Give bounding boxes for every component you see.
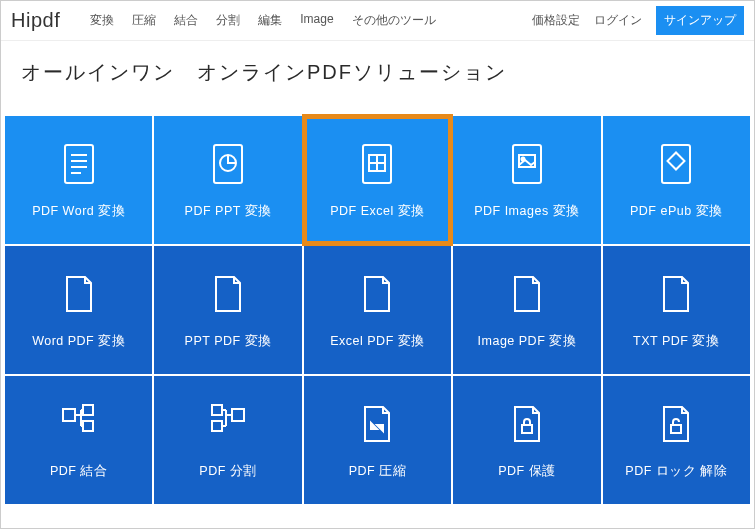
sheet-fold-icon — [208, 271, 248, 317]
nav-merge[interactable]: 結合 — [174, 12, 198, 29]
sheet-fold-icon — [59, 271, 99, 317]
sheet-fold-icon — [507, 271, 547, 317]
card-ppt-pdf[interactable]: PPT PDF 変換 — [154, 246, 301, 374]
card-label: PDF ePub 変換 — [630, 203, 723, 220]
card-pdf-epub[interactable]: PDF ePub 変換 — [603, 116, 750, 244]
nav-image[interactable]: Image — [300, 12, 333, 29]
nav-convert[interactable]: 変換 — [90, 12, 114, 29]
merge-icon — [59, 401, 99, 447]
card-label: PDF Word 変換 — [32, 203, 125, 220]
card-image-pdf[interactable]: Image PDF 変換 — [453, 246, 600, 374]
doc-lines-icon — [59, 141, 99, 187]
unlock-icon — [656, 401, 696, 447]
card-pdf-images[interactable]: PDF Images 変換 — [453, 116, 600, 244]
card-pdf-excel[interactable]: PDF Excel 変換 — [304, 116, 451, 244]
card-pdf-compress[interactable]: PDF 圧縮 — [304, 376, 451, 504]
doc-pie-icon — [208, 141, 248, 187]
tool-grid: PDF Word 変換 PDF PPT 変換 PDF Excel 変換 — [1, 116, 754, 504]
card-pdf-ppt[interactable]: PDF PPT 変換 — [154, 116, 301, 244]
lock-icon — [507, 401, 547, 447]
svg-rect-15 — [668, 152, 685, 169]
card-label: PDF 保護 — [498, 463, 555, 480]
card-excel-pdf[interactable]: Excel PDF 変換 — [304, 246, 451, 374]
sheet-fold-icon — [656, 271, 696, 317]
card-word-pdf[interactable]: Word PDF 変換 — [5, 246, 152, 374]
card-label: PDF PPT 変換 — [185, 203, 272, 220]
card-label: PDF Excel 変換 — [330, 203, 425, 220]
nav-edit[interactable]: 編集 — [258, 12, 282, 29]
svg-rect-20 — [212, 405, 222, 415]
navbar: Hipdf 変換 圧縮 結合 分割 編集 Image その他のツール 価格設定 … — [1, 1, 754, 41]
compress-icon — [357, 401, 397, 447]
card-pdf-merge[interactable]: PDF 結合 — [5, 376, 152, 504]
svg-rect-0 — [65, 145, 93, 183]
svg-rect-11 — [513, 145, 541, 183]
svg-rect-16 — [63, 409, 75, 421]
nav-other[interactable]: その他のツール — [352, 12, 436, 29]
nav-right: 価格設定 ログイン サインアップ — [532, 6, 744, 35]
card-pdf-unlock[interactable]: PDF ロック 解除 — [603, 376, 750, 504]
card-label: Word PDF 変換 — [32, 333, 125, 350]
signup-button[interactable]: サインアップ — [656, 6, 744, 35]
hero: オールインワン オンラインPDFソリューション — [1, 41, 754, 116]
sheet-fold-icon — [357, 271, 397, 317]
svg-rect-17 — [83, 405, 93, 415]
card-label: PDF Images 変換 — [474, 203, 579, 220]
card-pdf-protect[interactable]: PDF 保護 — [453, 376, 600, 504]
card-label: PDF 圧縮 — [349, 463, 406, 480]
card-label: PDF 結合 — [50, 463, 107, 480]
svg-rect-19 — [232, 409, 244, 421]
svg-rect-21 — [212, 421, 222, 431]
card-txt-pdf[interactable]: TXT PDF 変換 — [603, 246, 750, 374]
card-label: Excel PDF 変換 — [330, 333, 425, 350]
hero-title: オールインワン オンラインPDFソリューション — [21, 59, 734, 86]
svg-rect-14 — [662, 145, 690, 183]
svg-rect-18 — [83, 421, 93, 431]
card-label: PDF 分割 — [199, 463, 256, 480]
nav-pricing[interactable]: 価格設定 — [532, 12, 580, 29]
logo[interactable]: Hipdf — [11, 9, 60, 32]
nav-links: 変換 圧縮 結合 分割 編集 Image その他のツール — [90, 12, 532, 29]
svg-rect-23 — [671, 425, 681, 433]
svg-rect-22 — [522, 425, 532, 433]
card-pdf-split[interactable]: PDF 分割 — [154, 376, 301, 504]
card-pdf-word[interactable]: PDF Word 変換 — [5, 116, 152, 244]
card-label: TXT PDF 変換 — [633, 333, 719, 350]
card-label: PPT PDF 変換 — [185, 333, 272, 350]
doc-grid-icon — [357, 141, 397, 187]
nav-split[interactable]: 分割 — [216, 12, 240, 29]
nav-compress[interactable]: 圧縮 — [132, 12, 156, 29]
doc-epub-icon — [656, 141, 696, 187]
card-label: PDF ロック 解除 — [625, 463, 727, 480]
doc-image-icon — [507, 141, 547, 187]
card-label: Image PDF 変換 — [478, 333, 577, 350]
nav-login[interactable]: ログイン — [594, 12, 642, 29]
split-icon — [208, 401, 248, 447]
